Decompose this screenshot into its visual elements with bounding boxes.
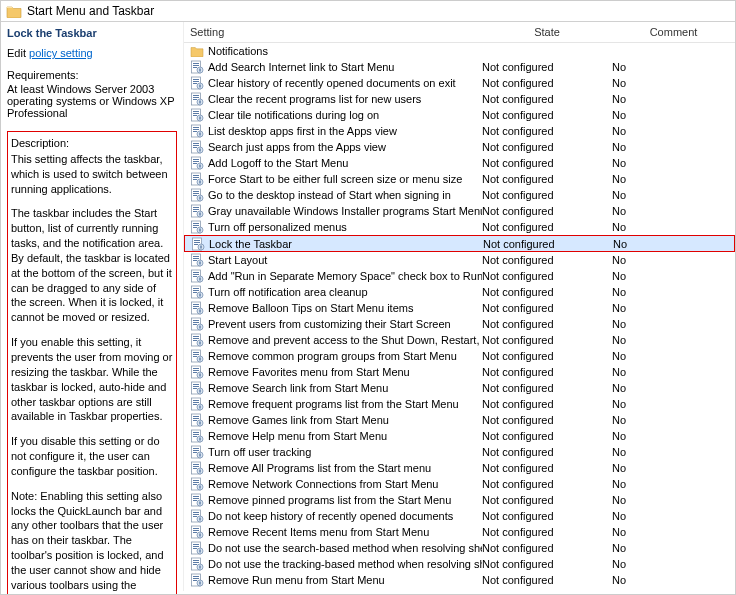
table-row[interactable]: Clear tile notifications during log onNo… bbox=[184, 107, 735, 123]
table-row[interactable]: Remove Recent Items menu from Start Menu… bbox=[184, 524, 735, 540]
svg-rect-51 bbox=[193, 195, 197, 196]
policy-icon bbox=[190, 156, 204, 170]
table-row[interactable]: Remove Run menu from Start MenuNot confi… bbox=[184, 572, 735, 588]
svg-rect-37 bbox=[193, 159, 199, 160]
svg-rect-23 bbox=[199, 117, 200, 120]
svg-rect-104 bbox=[193, 338, 199, 339]
policy-icon bbox=[190, 493, 204, 507]
policy-icon bbox=[190, 525, 204, 539]
policy-icon bbox=[190, 413, 204, 427]
table-row[interactable]: Do not keep history of recently opened d… bbox=[184, 508, 735, 524]
state-value: Not configured bbox=[482, 286, 612, 298]
svg-rect-141 bbox=[193, 436, 197, 437]
table-row[interactable]: Turn off personalized menusNot configure… bbox=[184, 219, 735, 235]
svg-rect-110 bbox=[193, 354, 199, 355]
svg-rect-155 bbox=[199, 470, 200, 473]
svg-rect-38 bbox=[193, 161, 199, 162]
svg-rect-137 bbox=[199, 422, 200, 425]
svg-rect-15 bbox=[193, 99, 197, 100]
table-row[interactable]: Remove Search link from Start MenuNot co… bbox=[184, 380, 735, 396]
comment-value: No bbox=[612, 318, 729, 330]
folder-row[interactable]: Notifications bbox=[184, 43, 735, 59]
policy-icon bbox=[190, 140, 204, 154]
table-row[interactable]: Remove Games link from Start MenuNot con… bbox=[184, 412, 735, 428]
table-row[interactable]: Turn off user trackingNot configuredNo bbox=[184, 444, 735, 460]
svg-rect-139 bbox=[193, 432, 199, 433]
comment-value: No bbox=[612, 61, 729, 73]
table-row[interactable]: List desktop apps first in the Apps view… bbox=[184, 123, 735, 139]
svg-rect-103 bbox=[193, 336, 199, 337]
column-comment[interactable]: Comment bbox=[612, 22, 735, 42]
table-row[interactable]: Force Start to be either full screen siz… bbox=[184, 171, 735, 187]
setting-name: Turn off personalized menus bbox=[208, 221, 347, 233]
table-row[interactable]: Prevent users from customizing their Sta… bbox=[184, 316, 735, 332]
svg-rect-85 bbox=[193, 288, 199, 289]
comment-value: No bbox=[612, 398, 729, 410]
setting-name: Remove Search link from Start Menu bbox=[208, 382, 388, 394]
column-setting[interactable]: Setting bbox=[184, 22, 482, 42]
table-row[interactable]: Remove Favorites menu from Start MenuNot… bbox=[184, 364, 735, 380]
policy-icon bbox=[190, 76, 204, 90]
svg-rect-8 bbox=[193, 81, 199, 82]
svg-rect-119 bbox=[199, 374, 200, 377]
svg-rect-197 bbox=[199, 582, 200, 585]
svg-rect-183 bbox=[193, 548, 197, 549]
table-row[interactable]: Search just apps from the Apps viewNot c… bbox=[184, 139, 735, 155]
svg-rect-158 bbox=[193, 482, 199, 483]
table-row[interactable]: Remove common program groups from Start … bbox=[184, 348, 735, 364]
column-state[interactable]: State bbox=[482, 22, 612, 42]
setting-name: Remove Recent Items menu from Start Menu bbox=[208, 526, 429, 538]
header-title: Start Menu and Taskbar bbox=[27, 4, 154, 18]
comment-value: No bbox=[612, 254, 729, 266]
policy-icon bbox=[190, 365, 204, 379]
svg-rect-79 bbox=[193, 272, 199, 273]
comment-value: No bbox=[612, 77, 729, 89]
details-panel: Lock the Taskbar Edit policy setting Req… bbox=[1, 22, 184, 591]
state-value: Not configured bbox=[482, 350, 612, 362]
table-row[interactable]: Add "Run in Separate Memory Space" check… bbox=[184, 268, 735, 284]
setting-name: Remove pinned programs list from the Sta… bbox=[208, 494, 451, 506]
svg-rect-131 bbox=[199, 406, 200, 409]
table-row[interactable]: Remove frequent programs list from the S… bbox=[184, 396, 735, 412]
table-row[interactable]: Remove Help menu from Start MenuNot conf… bbox=[184, 428, 735, 444]
state-value: Not configured bbox=[482, 61, 612, 73]
table-row[interactable]: Clear history of recently opened documen… bbox=[184, 75, 735, 91]
setting-name: Remove and prevent access to the Shut Do… bbox=[208, 334, 482, 346]
table-row[interactable]: Turn off notification area cleanupNot co… bbox=[184, 284, 735, 300]
state-value: Not configured bbox=[482, 221, 612, 233]
svg-rect-165 bbox=[193, 500, 197, 501]
table-row[interactable]: Do not use the tracking-based method whe… bbox=[184, 556, 735, 572]
svg-rect-122 bbox=[193, 386, 199, 387]
table-row[interactable]: Do not use the search-based method when … bbox=[184, 540, 735, 556]
table-row[interactable]: Add Logoff to the Start MenuNot configur… bbox=[184, 155, 735, 171]
svg-rect-80 bbox=[193, 274, 199, 275]
comment-value: No bbox=[612, 558, 729, 570]
table-row[interactable]: Start LayoutNot configuredNo bbox=[184, 252, 735, 268]
table-row[interactable]: Remove pinned programs list from the Sta… bbox=[184, 492, 735, 508]
edit-policy-link[interactable]: policy setting bbox=[29, 47, 93, 59]
svg-rect-153 bbox=[193, 468, 197, 469]
table-row[interactable]: Gray unavailable Windows Installer progr… bbox=[184, 203, 735, 219]
svg-rect-7 bbox=[193, 79, 199, 80]
table-row[interactable]: Add Search Internet link to Start MenuNo… bbox=[184, 59, 735, 75]
description-label: Description: bbox=[11, 136, 173, 151]
svg-rect-27 bbox=[193, 131, 197, 132]
table-row[interactable]: Clear the recent programs list for new u… bbox=[184, 91, 735, 107]
state-value: Not configured bbox=[482, 93, 612, 105]
table-row[interactable]: Go to the desktop instead of Start when … bbox=[184, 187, 735, 203]
svg-rect-1 bbox=[193, 63, 199, 64]
table-row[interactable]: Remove Balloon Tips on Start Menu itemsN… bbox=[184, 300, 735, 316]
policy-icon bbox=[190, 445, 204, 459]
description-p2: The taskbar includes the Start button, l… bbox=[11, 206, 173, 325]
setting-name: Remove Favorites menu from Start Menu bbox=[208, 366, 410, 378]
svg-rect-173 bbox=[199, 518, 200, 521]
comment-value: No bbox=[612, 430, 729, 442]
setting-name: Remove common program groups from Start … bbox=[208, 350, 457, 362]
table-row[interactable]: Remove All Programs list from the Start … bbox=[184, 460, 735, 476]
table-row[interactable]: Remove Network Connections from Start Me… bbox=[184, 476, 735, 492]
svg-rect-195 bbox=[193, 580, 197, 581]
svg-rect-182 bbox=[193, 546, 199, 547]
table-row[interactable]: Remove and prevent access to the Shut Do… bbox=[184, 332, 735, 348]
edit-label: Edit bbox=[7, 47, 26, 59]
table-row[interactable]: Lock the TaskbarNot configuredNo bbox=[184, 235, 735, 252]
